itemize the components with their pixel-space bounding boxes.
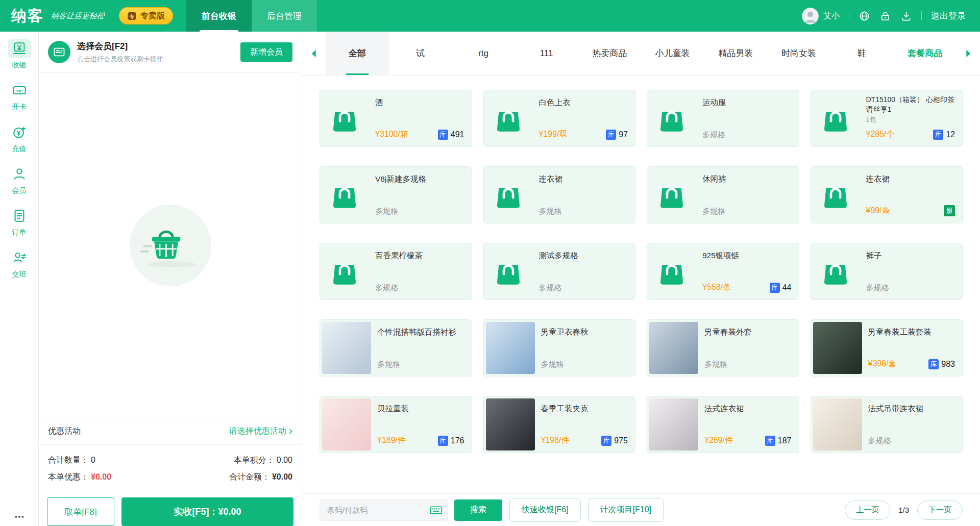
- category-tab[interactable]: 精品男装: [704, 32, 768, 75]
- stock-icon: 库: [606, 130, 616, 140]
- basket-icon: [138, 221, 203, 269]
- category-tab[interactable]: rtg: [452, 32, 515, 75]
- category-tab[interactable]: 时尚女装: [767, 32, 830, 75]
- category-tab[interactable]: 热卖商品: [578, 32, 641, 75]
- categories-next-button[interactable]: [957, 32, 980, 75]
- topbar: 纳客 纳客让店更轻松 专 专卖版 前台收银后台管理 艾小 退出登录: [0, 0, 980, 32]
- product-bag-icon: [484, 179, 533, 211]
- app-body: 收银VIP开卡充值会员订单交班 更多 选择会员[F2] 点击进行会员搜索或刷卡操…: [0, 32, 980, 526]
- category-tab[interactable]: 小儿童装: [641, 32, 704, 75]
- product-card[interactable]: 个性混搭韩版百搭衬衫多规格: [320, 319, 472, 377]
- product-spec: 多规格: [868, 436, 891, 446]
- product-card[interactable]: 白色上衣¥199/双库97: [483, 90, 636, 147]
- product-card[interactable]: 男童春装外套多规格: [647, 319, 799, 377]
- globe-icon[interactable]: [859, 10, 870, 22]
- product-card[interactable]: 酒¥3100/箱库491: [320, 90, 472, 147]
- product-unit: 1包: [866, 115, 955, 124]
- stock-icon: 库: [933, 130, 943, 140]
- product-bottom-row: 多规格: [539, 283, 628, 293]
- product-card[interactable]: 925银项链¥558/条库44: [647, 243, 799, 300]
- sidebar-item-shift[interactable]: 交班: [8, 248, 31, 279]
- top-tab[interactable]: 后台管理: [252, 0, 317, 32]
- hold-order-button[interactable]: 取单[F8]: [47, 497, 114, 526]
- order-actions: 取单[F8] 实收[F5]：¥0.00: [39, 491, 302, 526]
- promo-label: 优惠活动: [48, 426, 81, 437]
- order-discount: 本单优惠：¥0.00: [48, 472, 111, 483]
- add-member-button[interactable]: 新增会员: [240, 42, 292, 62]
- product-area: 全部试rtg111热卖商品小儿童装精品男装时尚女装鞋套餐商品 酒¥3100/箱库…: [302, 32, 980, 526]
- category-tab[interactable]: 试: [389, 32, 452, 75]
- product-bottom-row: ¥398/套库983: [868, 359, 955, 369]
- category-tab[interactable]: 鞋: [830, 32, 894, 75]
- product-name: 连衣裙: [866, 174, 955, 185]
- product-photo: [813, 398, 862, 450]
- product-card[interactable]: 连衣裙¥99/条服: [811, 166, 963, 223]
- product-card[interactable]: 法式吊带连衣裙多规格: [811, 396, 963, 453]
- sidebar-item-order[interactable]: 订单: [8, 206, 31, 237]
- promo-select[interactable]: 请选择优惠活动 ›: [229, 426, 292, 437]
- product-stock: 库491: [438, 130, 464, 140]
- sidebar-item-more[interactable]: 更多: [0, 510, 38, 526]
- pay-button[interactable]: 实收[F5]：¥0.00: [121, 497, 293, 526]
- product-card[interactable]: 裤子多规格: [811, 243, 963, 300]
- quick-pay-button[interactable]: 快速收银[F6]: [509, 498, 581, 522]
- product-photo: [322, 322, 371, 374]
- product-stock: 库44: [770, 283, 792, 293]
- category-tab[interactable]: 全部: [326, 32, 389, 75]
- product-card[interactable]: 法式连衣裙¥269/件库187: [647, 396, 799, 453]
- next-page-button[interactable]: 下一页: [917, 500, 963, 520]
- member-select-text: 选择会员[F2] 点击进行会员搜索或刷卡操作: [77, 40, 163, 64]
- sidebar-item-recharge[interactable]: 充值: [8, 122, 31, 154]
- order-icon: [8, 206, 31, 226]
- product-price: ¥398/套: [868, 359, 897, 369]
- product-card[interactable]: 运动服多规格: [647, 90, 799, 147]
- search-button[interactable]: 搜索: [454, 499, 502, 521]
- product-card[interactable]: 连衣裙多规格: [483, 166, 636, 223]
- product-card[interactable]: 男童卫衣春秋多规格: [483, 319, 636, 377]
- product-card[interactable]: 贝拉童装¥189/件库176: [320, 396, 472, 453]
- count-item-button[interactable]: 计次项目[F10]: [588, 498, 664, 522]
- totals-row: 本单优惠：¥0.00 合计金额：¥0.00: [48, 472, 292, 483]
- category-tab[interactable]: 111: [515, 32, 578, 75]
- pagination: 上一页 1/3 下一页: [845, 500, 963, 520]
- product-bottom-row: ¥189/件库176: [377, 435, 464, 446]
- product-card[interactable]: 男童春装工装套装¥398/套库983: [811, 319, 963, 377]
- product-bottom-row: ¥3100/箱库491: [375, 129, 464, 140]
- product-card[interactable]: 百香果柠檬茶多规格: [320, 243, 472, 300]
- product-bag-icon: [647, 179, 696, 211]
- category-tab[interactable]: 套餐商品: [893, 32, 957, 75]
- sidebar-item-member[interactable]: 会员: [8, 164, 31, 195]
- product-name: 运动服: [702, 97, 792, 108]
- product-card[interactable]: 春季工装夹克¥198/件库975: [483, 396, 636, 453]
- product-card[interactable]: V8j新建多规格多规格: [320, 166, 472, 223]
- product-card[interactable]: 测试多规格多规格: [483, 243, 636, 300]
- product-bottom-row: 多规格: [541, 360, 628, 369]
- product-bag-icon: [320, 179, 369, 211]
- shift-icon: [8, 248, 31, 267]
- keyboard-icon[interactable]: [429, 503, 443, 517]
- product-bottom-row: ¥285/个库12: [866, 129, 955, 140]
- product-spec: 多规格: [541, 360, 564, 369]
- lock-icon[interactable]: [879, 10, 891, 22]
- product-card[interactable]: DT15100（箱装） 心相印茶语丝享11包¥285/个库12: [811, 90, 963, 147]
- product-name: 法式连衣裙: [704, 404, 792, 414]
- product-card[interactable]: 休闲裤多规格: [647, 166, 799, 223]
- logout-button[interactable]: 退出登录: [931, 10, 966, 22]
- app-slogan: 纳客让店更轻松: [51, 11, 106, 21]
- product-price: ¥189/件: [377, 435, 406, 446]
- top-tab[interactable]: 前台收银: [186, 0, 252, 32]
- sidebar-item-cashier[interactable]: 收银: [8, 39, 31, 70]
- product-price: ¥558/条: [702, 282, 731, 293]
- product-spec: 多规格: [702, 130, 725, 140]
- member-card-icon: [48, 41, 70, 63]
- bottom-toolbar: 搜索 快速收银[F6] 计次项目[F10] 上一页 1/3 下一页: [302, 493, 980, 526]
- product-name: DT15100（箱装） 心相印茶语丝享1: [866, 95, 955, 114]
- download-icon[interactable]: [900, 10, 912, 22]
- member-select-card[interactable]: 选择会员[F2] 点击进行会员搜索或刷卡操作 新增会员: [39, 32, 302, 73]
- categories-prev-button[interactable]: [302, 32, 326, 75]
- sidebar-item-vip[interactable]: VIP开卡: [8, 81, 31, 112]
- promo-select-label: 请选择优惠活动: [229, 426, 286, 437]
- prev-page-button[interactable]: 上一页: [845, 500, 890, 520]
- user-chip[interactable]: 艾小: [802, 8, 840, 24]
- sidebar-item-label: 收银: [12, 61, 27, 70]
